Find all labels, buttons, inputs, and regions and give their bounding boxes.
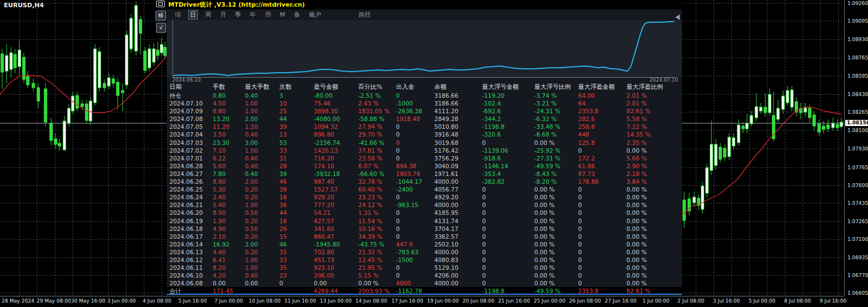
table-row: 2024.07.043.500.4013896.8029.70 %03916.4… [167,130,682,138]
cell: 26 [279,225,287,233]
cell: 46 [279,240,287,248]
menu-item-ji[interactable]: 季 [234,11,242,19]
cell: 0.00 % [534,264,555,271]
price-axis[interactable]: 1.092601.090951.089301.087651.085951.084… [844,0,868,296]
cell: 0.50 [245,209,258,217]
restore-inner-box [158,2,163,6]
cell: 178.88 [578,178,599,185]
cell: 33 [279,256,287,264]
cell: 0 [578,271,582,279]
cell: 64.00 [578,92,595,99]
menu-item-zhou[interactable]: 周 [204,11,212,19]
cell: 0 [482,209,486,217]
cell: 0 [482,240,486,248]
cell: -2636.38 [396,107,422,115]
cell: 5.15 % [358,271,379,279]
cell: 2024.07.01 [169,154,203,162]
cell: -344.2 [482,115,501,123]
cell: 0 [578,147,582,154]
cell: 4185.95 [434,209,458,217]
time-axis-label: 28 May 2024 [2,298,34,304]
menu-item-lujing[interactable]: 路径 [358,11,372,19]
cell: 2024.06.17 [169,233,203,240]
cell: 3186.66 [434,99,458,107]
cell: 13 [279,130,287,138]
cell: 3756.29 [434,154,458,162]
time-axis-label: 29 May 08:00 [37,298,71,304]
cell: 0.00 % [534,240,555,248]
cell: 23 [279,271,287,279]
cell: 0.00 % [534,201,555,209]
cell: 2.01 % [626,99,647,107]
cell: 1.00 [245,147,258,154]
cell: -80.00 [314,92,333,99]
price-axis-label: 1.06605 [847,290,868,296]
time-axis-label: 4 Jun 08:00 [143,298,171,304]
cell: 0 [396,154,400,162]
cell: 60.40 % [358,185,382,193]
menu-item-zong[interactable]: 综 [174,11,182,19]
column-header: 出入金 [396,83,414,92]
cell: 2024.07.09 [169,107,203,115]
cell: 0 [482,193,486,201]
cell: 2024.06.20 [169,209,203,217]
cell: 0 [578,256,582,264]
table-row: 2024.06.126.411.0033451.7312.45 %-150040… [167,256,682,264]
cell: 0.00 % [626,240,647,248]
price-axis-label: 1.07265 [847,219,868,225]
menu-item-m[interactable]: M [279,11,287,19]
cell: 0.80 [213,92,225,99]
cell: -918.6 [482,154,501,162]
table-row: 2024.06.104.200.4023206.005.15 %04206.00… [167,271,682,279]
equity-end-date: 2024.07.10 [649,77,678,83]
menu-item-ri[interactable]: 日 [189,11,197,19]
menu-item-nian[interactable]: 年 [249,11,257,19]
cell: 75.46 [314,99,330,107]
cell: 1094.32 [314,123,338,130]
cell: -1500 [396,256,413,264]
cell: 0 [396,139,400,147]
menu-item-yue[interactable]: 月 [219,11,227,19]
cell: -66.60 % [358,170,384,178]
cell: 5.40 [213,201,225,209]
cell: 2353.8 [578,107,599,115]
cell: 46 [279,178,287,185]
current-price-tag: 1.08156 [845,120,868,126]
cell: -692.6 [482,107,501,115]
menu-item-bi[interactable]: 币 [264,11,272,19]
cell: 2024.06.26 [169,178,203,185]
cell: 3898.30 [314,107,338,115]
cell: 8.50 [213,209,225,217]
time-axis[interactable]: 28 May 202429 May 08:0030 May 16:003 Jun… [0,296,844,307]
cell: 0.00 % [626,209,647,217]
cell: -102.4 [482,99,501,107]
table-row: 2024.06.255.300.20381527.5760.40 %-24004… [167,185,682,193]
confirm-button[interactable]: √ [156,23,166,33]
time-axis-label: 8 Jul 08:00 [784,298,811,304]
price-axis-label: 1.06770 [847,273,868,279]
cell: 31 [279,154,287,162]
cell: 11.20 [213,123,229,130]
menu-item-bei[interactable]: 备 [293,11,302,19]
cell: 6.41 [213,256,225,264]
table-row: 2024.06.208.500.504454.211.31 %04185.950… [167,209,682,217]
cell: 1903.79 [396,170,420,178]
cell: 2024.06.21 [169,201,203,209]
cell: 0 [482,233,486,240]
table-row: 2024.07.104.501.001075.462.43 %-10003186… [167,99,682,107]
cell: 0.00 % [626,193,647,201]
table-row: 持仓0.800.403-80.00-2.51 %03186.66-119.20-… [167,92,682,99]
cell: 1527.57 [314,185,338,193]
restore-window-icon[interactable] [156,1,165,7]
cell: 23.23 % [358,193,382,201]
menu-item-zhanghu[interactable]: 账户 [308,11,323,19]
cell: 0 [396,233,400,240]
price-axis-label: 1.08265 [847,109,868,115]
cell: -1000 [396,99,413,107]
move-panel-button[interactable]: 移 [155,11,166,21]
cell: 5129.10 [434,264,458,271]
cell: -27.31 % [534,154,560,162]
cell: 1831.05 % [358,107,390,115]
cell: 2.00 [245,178,258,185]
cell: 2024.06.19 [169,217,203,225]
